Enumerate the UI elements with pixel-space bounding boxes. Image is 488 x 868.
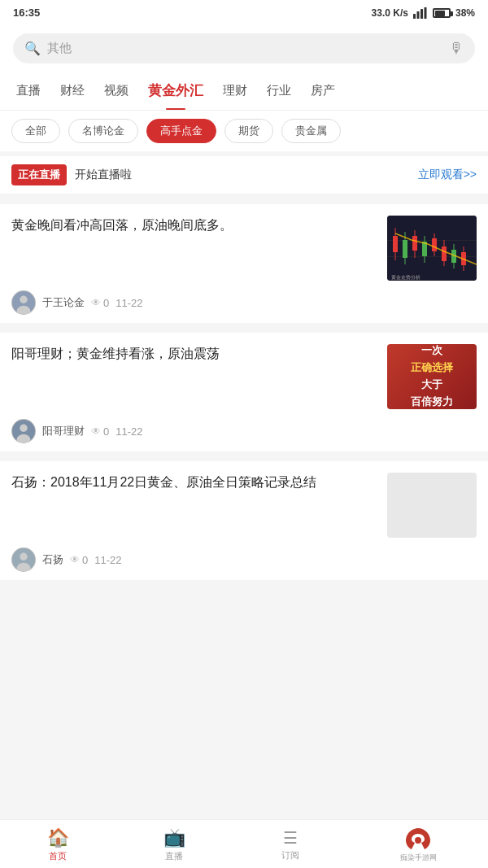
live-icon: 📺: [163, 827, 185, 848]
article-meta-1: 于王论金 👁 0 11-22: [11, 290, 477, 315]
svg-rect-12: [412, 236, 417, 251]
nav-item-caijing[interactable]: 财经: [50, 73, 94, 108]
svg-point-33: [415, 837, 421, 844]
svg-point-28: [20, 425, 27, 432]
signal-icon: [413, 7, 428, 19]
svg-rect-8: [393, 236, 398, 252]
author-3: 石扬: [42, 552, 63, 567]
search-bar[interactable]: 🔍 其他 🎙: [13, 33, 475, 63]
card-divider-2: [0, 323, 488, 328]
search-placeholder: 其他: [47, 41, 442, 56]
search-bar-container: 🔍 其他 🎙: [0, 25, 488, 72]
nav-item-fangchan[interactable]: 房产: [301, 73, 345, 108]
article-card-3: 石扬：2018年11月22日黄金、原油全日策略记录总结 石扬 👁 0 11-22: [0, 461, 488, 580]
card-divider-1: [0, 194, 488, 199]
article-content-3: 石扬：2018年11月22日黄金、原油全日策略记录总结: [11, 473, 477, 538]
status-right: 33.0 K/s 38%: [372, 7, 475, 19]
avatar-2: [11, 419, 36, 443]
logo-icon: [403, 827, 433, 851]
bottom-nav-logo[interactable]: 痴染手游网: [349, 820, 488, 868]
bottom-nav: 🏠 首页 📺 直播 ☰ 订阅 痴染手游网: [0, 819, 488, 868]
svg-rect-16: [432, 238, 437, 251]
view-count-2: 👁 0: [91, 425, 109, 438]
article-content-2: 阳哥理财；黄金维持看涨，原油震荡 一次 正确选择 大于 百倍努力: [11, 344, 477, 409]
svg-rect-10: [403, 240, 407, 258]
status-time: 16:35: [13, 7, 40, 19]
status-bar: 16:35 33.0 K/s 38%: [0, 0, 488, 25]
filter-row: 全部 名博论金 高手点金 期货 贵金属: [0, 111, 488, 156]
nav-item-shipin[interactable]: 视频: [94, 73, 138, 108]
top-nav: 直播 财经 视频 黄金外汇 理财 行业 房产: [0, 72, 488, 111]
watermark-logo: 痴染手游网: [400, 827, 437, 863]
article-card-1: 黄金晚间看冲高回落，原油晚间底多。: [0, 204, 488, 323]
filter-all[interactable]: 全部: [11, 119, 60, 143]
bottom-nav-live[interactable]: 📺 直播: [116, 821, 233, 867]
date-3: 11-22: [94, 554, 121, 566]
nav-item-licai[interactable]: 理财: [213, 73, 257, 108]
article-thumb-2[interactable]: 一次 正确选择 大于 百倍努力: [387, 344, 477, 409]
filter-mingbo[interactable]: 名博论金: [68, 119, 138, 143]
svg-rect-1: [416, 11, 419, 19]
author-1: 于王论金: [42, 295, 85, 310]
date-1: 11-22: [115, 297, 142, 309]
article-title-2[interactable]: 阳哥理财；黄金维持看涨，原油震荡: [11, 344, 377, 409]
bottom-nav-home-label: 首页: [49, 850, 67, 862]
bottom-nav-live-label: 直播: [165, 850, 183, 862]
filter-guijinshu[interactable]: 贵金属: [281, 119, 341, 143]
article-card-2: 阳哥理财；黄金维持看涨，原油震荡 一次 正确选择 大于 百倍努力 阳哥理财: [0, 333, 488, 451]
article-content-1: 黄金晚间看冲高回落，原油晚间底多。: [11, 216, 477, 281]
article-title-1[interactable]: 黄金晚间看冲高回落，原油晚间底多。: [11, 216, 377, 281]
view-count-1: 👁 0: [91, 297, 109, 309]
view-count-3: 👁 0: [70, 554, 88, 566]
bottom-nav-subscribe[interactable]: ☰ 订阅: [233, 822, 349, 866]
bottom-nav-home[interactable]: 🏠 首页: [0, 821, 116, 867]
avatar-1: [11, 290, 36, 315]
live-banner: 正在直播 开始直播啦 立即观看>>: [0, 156, 488, 194]
svg-point-25: [20, 296, 27, 303]
filter-gaoshou[interactable]: 高手点金: [146, 119, 216, 143]
bottom-nav-subscribe-label: 订阅: [281, 849, 299, 861]
article-meta-2: 阳哥理财 👁 0 11-22: [11, 419, 477, 443]
author-2: 阳哥理财: [42, 424, 85, 438]
nav-item-zhibo[interactable]: 直播: [7, 73, 50, 108]
eye-icon-1: 👁: [91, 297, 101, 308]
svg-text:黄金走势分析: 黄金走势分析: [391, 275, 420, 280]
card-divider-3: [0, 451, 488, 456]
mic-icon[interactable]: 🎙: [449, 40, 464, 57]
live-link[interactable]: 立即观看>>: [418, 168, 477, 182]
search-icon: 🔍: [24, 41, 41, 56]
subscribe-icon: ☰: [283, 828, 298, 848]
battery-icon: [433, 8, 451, 18]
nav-item-hangye[interactable]: 行业: [257, 73, 301, 108]
svg-rect-18: [442, 246, 447, 261]
article-thumb-3[interactable]: [387, 473, 477, 538]
date-2: 11-22: [115, 425, 142, 438]
svg-rect-0: [413, 14, 416, 19]
svg-rect-2: [420, 9, 423, 19]
live-badge: 正在直播: [11, 164, 67, 185]
article-meta-3: 石扬 👁 0 11-22: [11, 547, 477, 572]
eye-icon-2: 👁: [91, 425, 101, 437]
svg-point-31: [20, 553, 27, 560]
nav-item-huangjin[interactable]: 黄金外汇: [138, 72, 213, 110]
avatar-3: [11, 547, 36, 572]
filter-qihuo[interactable]: 期货: [224, 119, 273, 143]
article-thumb-1[interactable]: 黄金走势分析: [387, 216, 477, 281]
article-title-3[interactable]: 石扬：2018年11月22日黄金、原油全日策略记录总结: [11, 473, 377, 538]
live-text: 开始直播啦: [75, 168, 410, 182]
eye-icon-3: 👁: [70, 554, 80, 565]
svg-rect-3: [424, 7, 426, 19]
home-icon: 🏠: [47, 827, 69, 848]
